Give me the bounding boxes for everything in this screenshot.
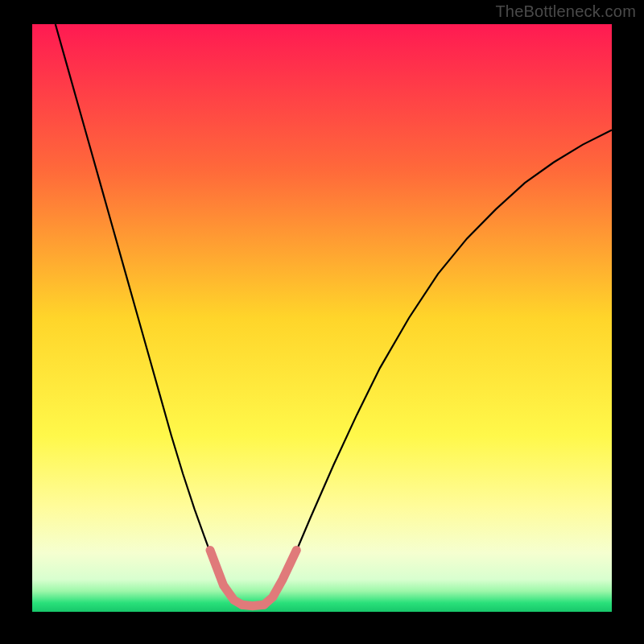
chart-background: [32, 24, 612, 612]
chart-svg: [32, 24, 612, 612]
app-frame: TheBottleneck.com: [0, 0, 644, 644]
watermark-label: TheBottleneck.com: [495, 2, 636, 21]
bottleneck-chart: [32, 24, 612, 612]
